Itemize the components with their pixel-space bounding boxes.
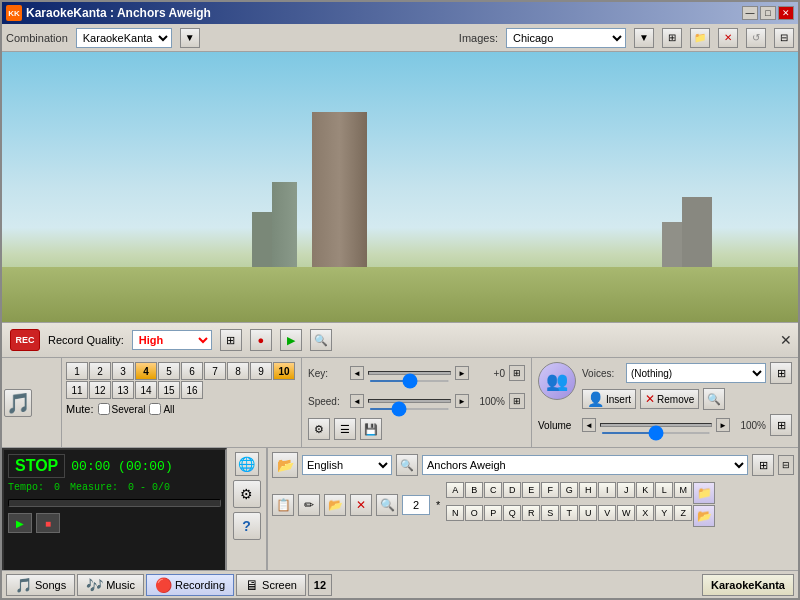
letter-T[interactable]: T xyxy=(560,505,578,521)
several-checkbox-label[interactable]: Several xyxy=(98,403,146,415)
volume-right-arrow[interactable]: ► xyxy=(716,418,730,432)
track-12[interactable]: 12 xyxy=(89,381,111,399)
images-extra1-icon[interactable]: ↺ xyxy=(746,28,766,48)
settings-button[interactable]: ⚙ xyxy=(233,480,261,508)
speed-left-arrow[interactable]: ◄ xyxy=(350,394,364,408)
voices-extra-icon[interactable]: 🔍 xyxy=(703,388,725,410)
letter-N[interactable]: N xyxy=(446,505,464,521)
save-icon[interactable]: 💾 xyxy=(360,418,382,440)
letter-M[interactable]: M xyxy=(674,482,692,498)
letter-Z[interactable]: Z xyxy=(674,505,692,521)
play-button[interactable]: ▶ xyxy=(8,513,32,533)
globe-button[interactable]: 🌐 xyxy=(235,452,259,476)
help-button[interactable]: ? xyxy=(233,512,261,540)
letter-folder-icon[interactable]: 📂 xyxy=(693,505,715,527)
settings-gear-icon[interactable]: ⚙ xyxy=(308,418,330,440)
record-search-icon[interactable]: 🔍 xyxy=(310,329,332,351)
number-badge[interactable]: 12 xyxy=(308,574,332,596)
song-name-select[interactable]: Anchors Aweigh xyxy=(422,455,748,475)
track-8[interactable]: 8 xyxy=(227,362,249,380)
key-extra-btn[interactable]: ⊞ xyxy=(509,365,525,381)
audio-settings-icon[interactable]: 🎵 xyxy=(4,389,32,417)
record-grid-icon[interactable]: ⊞ xyxy=(220,329,242,351)
letter-A[interactable]: A xyxy=(446,482,464,498)
letter-F[interactable]: F xyxy=(541,482,559,498)
letter-W[interactable]: W xyxy=(617,505,635,521)
stop-small-button[interactable]: ■ xyxy=(36,513,60,533)
speed-slider-track[interactable] xyxy=(368,399,451,403)
letter-B[interactable]: B xyxy=(465,482,483,498)
volume-left-arrow[interactable]: ◄ xyxy=(582,418,596,432)
track-11[interactable]: 11 xyxy=(66,381,88,399)
recording-tab[interactable]: 🔴 Recording xyxy=(146,574,234,596)
speed-slider[interactable] xyxy=(369,408,450,410)
quality-select[interactable]: High xyxy=(132,330,212,350)
song-number-input[interactable] xyxy=(402,495,430,515)
combination-dropdown-icon[interactable]: ▼ xyxy=(180,28,200,48)
voices-select[interactable]: (Nothing) xyxy=(626,363,766,383)
all-checkbox-label[interactable]: All xyxy=(149,403,174,415)
letter-L[interactable]: L xyxy=(655,482,673,498)
song-folder-icon[interactable]: 📂 xyxy=(272,452,298,478)
song-config-icon[interactable]: ⊞ xyxy=(752,454,774,476)
track-14[interactable]: 14 xyxy=(135,381,157,399)
song-action-3[interactable]: 📂 xyxy=(324,494,346,516)
volume-extra-icon[interactable]: ⊞ xyxy=(770,414,792,436)
key-slider[interactable] xyxy=(369,380,450,382)
maximize-button[interactable]: □ xyxy=(760,6,776,20)
letter-P[interactable]: P xyxy=(484,505,502,521)
record-bar-close[interactable]: ✕ xyxy=(780,332,792,348)
track-2[interactable]: 2 xyxy=(89,362,111,380)
close-button[interactable]: ✕ xyxy=(778,6,794,20)
all-checkbox[interactable] xyxy=(149,403,161,415)
music-tab[interactable]: 🎶 Music xyxy=(77,574,144,596)
combination-select[interactable]: KaraokeKanta xyxy=(76,28,172,48)
list-icon[interactable]: ☰ xyxy=(334,418,356,440)
karaoke-brand-tab[interactable]: KaraokeKanta xyxy=(702,574,794,596)
letter-H[interactable]: H xyxy=(579,482,597,498)
song-action-4[interactable]: ✕ xyxy=(350,494,372,516)
letter-D[interactable]: D xyxy=(503,482,521,498)
songs-tab[interactable]: 🎵 Songs xyxy=(6,574,75,596)
letter-V[interactable]: V xyxy=(598,505,616,521)
track-5[interactable]: 5 xyxy=(158,362,180,380)
images-extra2-icon[interactable]: ⊟ xyxy=(774,28,794,48)
images-remove-icon[interactable]: ✕ xyxy=(718,28,738,48)
language-select[interactable]: English xyxy=(302,455,392,475)
letter-Y[interactable]: Y xyxy=(655,505,673,521)
screen-tab[interactable]: 🖥 Screen xyxy=(236,574,306,596)
key-slider-track[interactable] xyxy=(368,371,451,375)
voices-config-icon[interactable]: ⊞ xyxy=(770,362,792,384)
remove-button[interactable]: ✕ Remove xyxy=(640,389,699,409)
minimize-button[interactable]: — xyxy=(742,6,758,20)
track-13[interactable]: 13 xyxy=(112,381,134,399)
letter-G[interactable]: G xyxy=(560,482,578,498)
images-config-icon[interactable]: ⊞ xyxy=(662,28,682,48)
letter-E[interactable]: E xyxy=(522,482,540,498)
letter-J[interactable]: J xyxy=(617,482,635,498)
several-checkbox[interactable] xyxy=(98,403,110,415)
key-left-arrow[interactable]: ◄ xyxy=(350,366,364,380)
letter-I[interactable]: I xyxy=(598,482,616,498)
speed-right-arrow[interactable]: ► xyxy=(455,394,469,408)
letter-K[interactable]: K xyxy=(636,482,654,498)
track-10[interactable]: 10 xyxy=(273,362,295,380)
track-3[interactable]: 3 xyxy=(112,362,134,380)
track-1[interactable]: 1 xyxy=(66,362,88,380)
record-play-icon[interactable]: ▶ xyxy=(280,329,302,351)
letter-X[interactable]: X xyxy=(636,505,654,521)
song-action-2[interactable]: ✏ xyxy=(298,494,320,516)
letter-C[interactable]: C xyxy=(484,482,502,498)
letter-S[interactable]: S xyxy=(541,505,559,521)
images-folder-icon[interactable]: 📁 xyxy=(690,28,710,48)
letter-clear-icon[interactable]: 📁 xyxy=(693,482,715,504)
song-extra-icon[interactable]: ⊟ xyxy=(778,455,794,475)
key-right-arrow[interactable]: ► xyxy=(455,366,469,380)
images-dropdown-icon[interactable]: ▼ xyxy=(634,28,654,48)
stop-button[interactable]: STOP xyxy=(8,454,65,478)
track-16[interactable]: 16 xyxy=(181,381,203,399)
images-select[interactable]: Chicago xyxy=(506,28,626,48)
insert-button[interactable]: 👤 Insert xyxy=(582,389,636,409)
track-15[interactable]: 15 xyxy=(158,381,180,399)
track-9[interactable]: 9 xyxy=(250,362,272,380)
